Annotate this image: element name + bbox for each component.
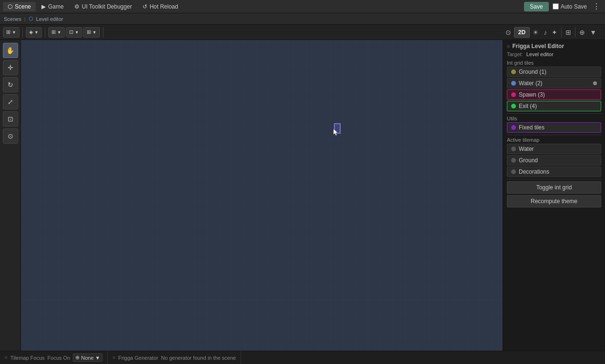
active-tilemap-label: Active tilemap: [507, 137, 601, 143]
tool-move[interactable]: ✛: [3, 60, 18, 75]
transform-icon: ⊞: [6, 29, 10, 35]
generator-icon: ≡: [112, 355, 115, 360]
tile-ground[interactable]: Ground (1): [507, 67, 601, 77]
int-grid-tiles-label: Int grid tiles: [507, 60, 601, 66]
view-icon: ⊞: [87, 29, 91, 35]
breadcrumb-separator: |: [24, 16, 26, 22]
focus-select[interactable]: ⊕ None ▼: [73, 354, 102, 362]
tab-ui-toolkit[interactable]: ⚙ UI Toolkit Debugger: [70, 2, 137, 11]
tab-game[interactable]: ▶ Game: [37, 2, 69, 11]
toolbar-snap-btn[interactable]: ⊡ ▼: [66, 27, 82, 38]
tool-custom[interactable]: ⊙: [3, 128, 18, 144]
exit-label: Exit (4): [519, 103, 537, 109]
hot-reload-icon: ↺: [142, 3, 147, 10]
target-label: Target:: [507, 51, 523, 57]
ui-toolkit-icon: ⚙: [74, 3, 80, 10]
breadcrumb-title: Level editor: [36, 16, 63, 22]
tilemap-water[interactable]: Water: [507, 144, 601, 154]
tilemap-ground-label: Ground: [519, 157, 538, 164]
main-area: ✋ ✛ ↻ ⤢ ⊡ ⊙ ≡ Fri: [0, 40, 605, 351]
toolbar-view-btn[interactable]: ⊞ ▼: [83, 27, 100, 38]
game-icon: ▶: [41, 3, 46, 10]
tilemap-ground[interactable]: Ground: [507, 155, 601, 166]
toolbar-grid-btn[interactable]: ⊞ ▼: [48, 27, 65, 38]
tool-rect[interactable]: ⊡: [3, 111, 18, 127]
toolbar-fx-btn[interactable]: ✦: [550, 28, 559, 37]
tilemap-ground-dot: [511, 158, 516, 163]
bottom-bar: ≡ Tilemap Focus Focus On ⊕ None ▼ ≡ Frig…: [0, 351, 605, 364]
tab-scene-label: Scene: [15, 3, 31, 10]
toolbar: ⊞ ▼ ◈ ▼ ⊞ ▼ ⊡ ▼ ⊞ ▼ ⊙ 2D ☀ ♪ ✦ ⊞ ⊕ ▼: [0, 25, 605, 40]
utils-label: Utils: [507, 116, 601, 121]
tilemap-focus-section: ≡ Tilemap Focus Focus On ⊕ None ▼: [0, 351, 108, 364]
more-menu-button[interactable]: ⋮: [591, 2, 602, 11]
save-button[interactable]: Save: [524, 2, 548, 11]
fixed-color-dot: [511, 125, 516, 130]
toolbar-object-btn[interactable]: ◈ ▼: [26, 27, 42, 38]
scenes-link[interactable]: Scenes: [4, 16, 21, 22]
tool-rotate[interactable]: ↻: [3, 77, 18, 92]
tab-hot-reload[interactable]: ↺ Hot Reload: [138, 2, 183, 11]
generator-section: ≡ Frigga Generator No generator found in…: [108, 351, 241, 364]
breadcrumb-bar: Scenes | ⬡ Level editor: [0, 13, 605, 25]
focus-icon: ⊕: [75, 354, 80, 361]
level-editor-icon: ⬡: [29, 16, 33, 22]
fixed-tiles-btn[interactable]: Fixed tiles: [507, 122, 601, 133]
toolbar-gizmo-arrow[interactable]: ▼: [588, 28, 598, 37]
autosave-label: Auto Save: [553, 3, 587, 10]
tool-hand[interactable]: ✋: [3, 43, 18, 58]
menu-bar: ⬡ Scene ▶ Game ⚙ UI Toolkit Debugger ↺ H…: [0, 0, 605, 13]
tile-exit[interactable]: Exit (4): [507, 101, 601, 111]
tab-ui-toolkit-label: UI Toolkit Debugger: [82, 3, 132, 10]
generator-header: Frigga Generator: [118, 355, 158, 361]
tab-hot-reload-label: Hot Reload: [150, 3, 178, 10]
canvas-area[interactable]: [21, 40, 503, 351]
tilemap-water-dot: [511, 147, 516, 151]
toggle-int-grid-btn[interactable]: Toggle int grid: [507, 181, 601, 194]
toolbar-scene-btn[interactable]: ⊞: [564, 28, 573, 37]
water-label: Water (2): [519, 80, 543, 87]
toolbar-gizmo-btn[interactable]: ⊕: [577, 28, 587, 37]
autosave-checkbox[interactable]: [553, 3, 559, 10]
focus-value: None: [81, 355, 93, 361]
tool-scale[interactable]: ⤢: [3, 94, 18, 109]
exit-color-dot: [511, 104, 516, 108]
toolbar-light-btn[interactable]: ☀: [531, 28, 541, 37]
tile-water[interactable]: Water (2): [507, 78, 601, 89]
focus-on-label: Focus On: [48, 355, 71, 361]
left-toolbar: ✋ ✛ ↻ ⤢ ⊡ ⊙: [0, 40, 21, 351]
tilemap-decorations-dot: [511, 169, 516, 174]
tilemap-water-label: Water: [519, 146, 534, 152]
tilemap-focus-label: Tilemap Focus: [10, 355, 45, 361]
spawn-color-dot: [511, 92, 516, 97]
spawn-label: Spawn (3): [519, 91, 545, 98]
snap-icon: ⊡: [69, 29, 73, 35]
tilemap-decorations[interactable]: Decorations: [507, 167, 601, 177]
tilemap-decorations-label: Decorations: [519, 168, 549, 175]
toolbar-2d-button[interactable]: 2D: [514, 27, 530, 38]
toolbar-audio-btn[interactable]: ♪: [542, 28, 549, 37]
panel-header-title: Frigga Level Editor: [512, 43, 564, 49]
fixed-tiles-label: Fixed tiles: [519, 124, 544, 131]
object-icon: ◈: [29, 29, 33, 35]
generator-msg: No generator found in the scene: [161, 355, 236, 361]
tile-spawn[interactable]: Spawn (3): [507, 89, 601, 100]
panel-header-icon: ≡: [507, 43, 510, 49]
tab-game-label: Game: [48, 3, 64, 10]
focus-arrow: ▼: [95, 355, 101, 361]
water-active-dot: [593, 81, 597, 85]
target-value: Level editor: [526, 51, 554, 57]
ground-color-dot: [511, 69, 516, 74]
grid-svg: [21, 40, 503, 351]
scene-icon: ⬡: [8, 3, 12, 10]
right-panel: ≡ Frigga Level Editor Target: Level edit…: [503, 40, 605, 351]
svg-rect-1: [21, 40, 503, 351]
toolbar-camera-btn[interactable]: ⊙: [504, 28, 513, 37]
grid-icon: ⊞: [51, 29, 56, 35]
tilemap-focus-icon: ≡: [5, 355, 8, 360]
recompute-theme-btn[interactable]: Recompute theme: [507, 195, 601, 207]
tab-scene[interactable]: ⬡ Scene: [3, 2, 36, 11]
toolbar-transform-btn[interactable]: ⊞ ▼: [3, 27, 20, 38]
ground-label: Ground (1): [519, 69, 546, 75]
water-color-dot: [511, 81, 516, 86]
